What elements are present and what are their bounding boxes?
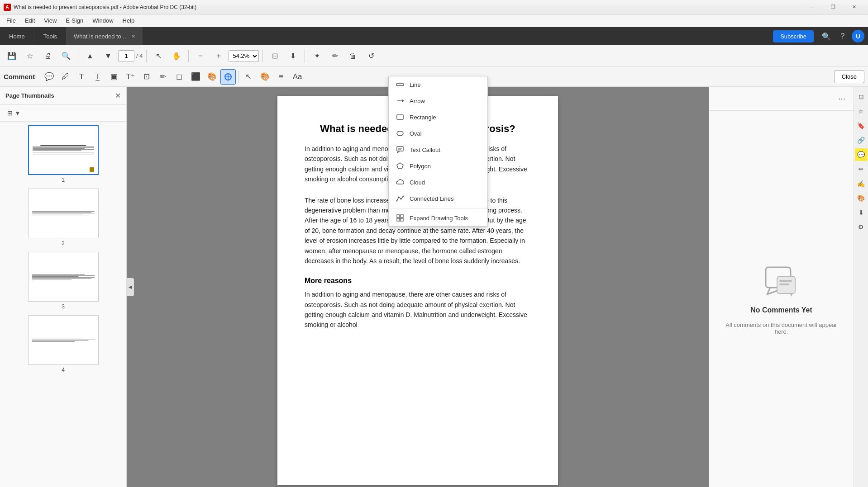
dd-item-oval[interactable]: Oval: [389, 125, 487, 142]
svg-point-11: [397, 131, 403, 136]
svg-point-17: [398, 197, 400, 198]
close-window-button[interactable]: ✕: [844, 0, 864, 14]
collapse-left-button[interactable]: ◀: [127, 278, 134, 296]
doc-tab-close[interactable]: ✕: [131, 33, 135, 39]
menu-esign[interactable]: E-Sign: [61, 15, 88, 26]
thumbnail-page-1[interactable]: 1: [4, 125, 123, 183]
thumbnail-page-2[interactable]: 2: [4, 189, 123, 246]
user-avatar[interactable]: U: [852, 30, 864, 43]
zoom-out-button[interactable]: −: [192, 48, 209, 64]
far-right-btn-5[interactable]: 💬: [855, 148, 868, 161]
svg-point-18: [401, 199, 402, 200]
menu-view[interactable]: View: [39, 15, 61, 26]
page-input[interactable]: [118, 50, 134, 62]
comment-note-button[interactable]: 💬: [41, 69, 57, 85]
list-button[interactable]: ≡: [273, 69, 289, 85]
dd-item-text-callout[interactable]: Text Callout: [389, 142, 487, 158]
next-page-button[interactable]: ▼: [100, 48, 116, 64]
fit-page-button[interactable]: ⊡: [267, 48, 283, 64]
svg-rect-22: [397, 218, 400, 221]
text-markup-button[interactable]: T̲: [90, 69, 105, 85]
subscribe-button[interactable]: Subscribe: [773, 30, 814, 43]
drawing-tools-button[interactable]: [220, 69, 236, 85]
far-right-btn-9[interactable]: ⬇: [855, 206, 868, 219]
menu-window[interactable]: Window: [88, 15, 118, 26]
free-text-button[interactable]: T⁺: [123, 69, 138, 85]
menu-bar: File Edit View E-Sign Window Help: [0, 14, 868, 27]
text-button[interactable]: T: [74, 69, 89, 85]
close-comment-toolbar-button[interactable]: Close: [834, 70, 864, 83]
no-comments-title: No Comments Yet: [750, 306, 812, 314]
fill-color-button[interactable]: 🎨: [257, 69, 272, 85]
menu-edit[interactable]: Edit: [20, 15, 39, 26]
title-bar: A What is needed to prevent osteoporosis…: [0, 0, 868, 14]
far-right-btn-10[interactable]: ⚙: [855, 221, 868, 233]
nav-tab-document[interactable]: What is needed to ... ✕: [67, 27, 143, 45]
thumbnail-page-4[interactable]: 4: [4, 315, 123, 373]
sidebar-close-button[interactable]: ✕: [115, 91, 121, 100]
left-sidebar: Page Thumbnails ✕ ⊞ ▼: [0, 87, 127, 487]
print-button[interactable]: 🖨: [40, 48, 56, 64]
dd-item-line[interactable]: Line: [389, 76, 487, 93]
cloud-icon: [396, 178, 404, 186]
nav-tab-tools[interactable]: Tools: [34, 27, 67, 45]
zoom-select[interactable]: 54.2% 75% 100% 125% 150%: [229, 50, 259, 62]
panel-more-button[interactable]: ⋯: [834, 90, 850, 107]
sidebar-view-controls: ⊞ ▼: [0, 105, 126, 122]
far-right-btn-7[interactable]: ✍: [855, 177, 868, 190]
far-right-btn-6[interactable]: ✏: [855, 163, 868, 175]
window-title: What is needed to prevent osteoporosis.p…: [14, 4, 196, 10]
font-button[interactable]: Aa: [290, 69, 305, 85]
far-right-btn-3[interactable]: 🔖: [855, 119, 868, 132]
thumbnail-page-3[interactable]: 3: [4, 252, 123, 310]
menu-help[interactable]: Help: [118, 15, 139, 26]
download-button[interactable]: ⬇: [285, 48, 301, 64]
pencil-button[interactable]: ✏: [155, 69, 171, 85]
search-nav-icon[interactable]: 🔍: [819, 29, 834, 43]
svg-rect-20: [397, 215, 400, 217]
prev-page-button[interactable]: ▲: [82, 48, 98, 64]
nav-tab-home[interactable]: Home: [0, 27, 34, 45]
cursor-tool-2[interactable]: ↖: [241, 69, 256, 85]
toolbar-sep-5: [305, 50, 305, 62]
thumbnails-scroll[interactable]: 1 2: [0, 122, 126, 487]
dd-item-connected-lines[interactable]: Connected Lines: [389, 190, 487, 207]
thumbnail-view-button[interactable]: ⊞ ▼: [5, 108, 23, 118]
text-box-button[interactable]: ▣: [106, 69, 122, 85]
color-button[interactable]: 🎨: [204, 69, 219, 85]
dd-item-arrow[interactable]: Arrow: [389, 93, 487, 109]
magnify-button[interactable]: 🔍: [58, 48, 74, 64]
save-button[interactable]: 💾: [4, 48, 20, 64]
hand-tool[interactable]: ✋: [168, 48, 185, 64]
far-right-btn-2[interactable]: ☆: [855, 105, 868, 118]
zoom-in-button[interactable]: +: [210, 48, 227, 64]
svg-rect-12: [397, 147, 403, 151]
pdf-heading-2: More reasons: [305, 277, 531, 285]
far-right-btn-8[interactable]: 🎨: [855, 192, 868, 204]
shapes-button[interactable]: ⬛: [188, 69, 203, 85]
page-navigation: / 4: [118, 50, 143, 62]
dd-item-cloud[interactable]: Cloud: [389, 174, 487, 190]
menu-file[interactable]: File: [2, 15, 20, 26]
cursor-tool[interactable]: ↖: [150, 48, 167, 64]
right-panel-header: ⋯: [709, 87, 854, 111]
dd-item-polygon[interactable]: Polygon: [389, 158, 487, 174]
help-nav-icon[interactable]: ?: [835, 29, 850, 43]
highlight-button[interactable]: 🖊: [57, 69, 73, 85]
svg-rect-6: [779, 284, 789, 285]
delete-button[interactable]: 🗑: [345, 48, 361, 64]
dd-item-expand-drawing[interactable]: Expand Drawing Tools: [389, 210, 487, 226]
undo-button[interactable]: ↺: [363, 48, 379, 64]
stamp-button[interactable]: ✦: [309, 48, 325, 64]
eraser-button[interactable]: ◻: [172, 69, 187, 85]
far-right-btn-4[interactable]: 🔗: [855, 134, 868, 147]
toolbar2-sep-1: [238, 71, 238, 83]
sign-button[interactable]: ✏: [327, 48, 343, 64]
bookmark-button[interactable]: ☆: [22, 48, 38, 64]
far-right-btn-1[interactable]: ⊡: [855, 90, 868, 103]
dd-label-expand-drawing: Expand Drawing Tools: [410, 215, 468, 222]
dd-item-rectangle[interactable]: Rectangle: [389, 109, 487, 125]
minimize-button[interactable]: —: [802, 0, 823, 14]
text-field-button[interactable]: ⊡: [139, 69, 154, 85]
maximize-button[interactable]: ❐: [823, 0, 844, 14]
